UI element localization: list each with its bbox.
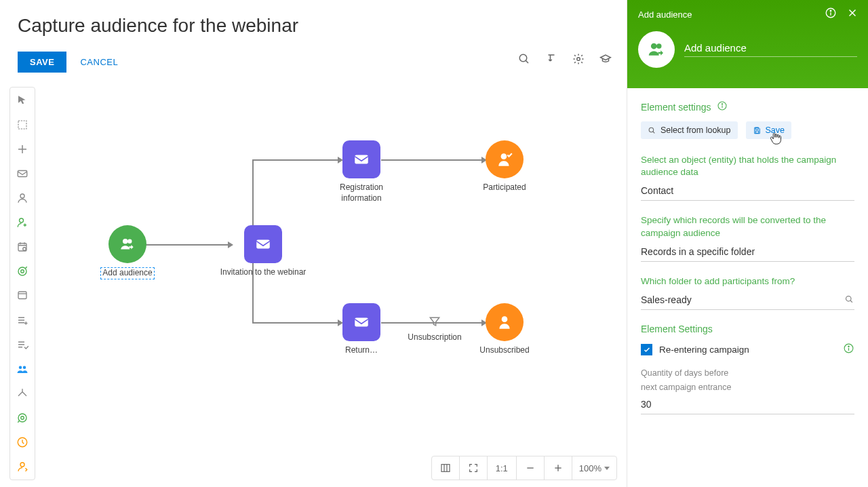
node-unsubscribed[interactable]: Unsubscribed bbox=[467, 303, 542, 356]
days-input[interactable]: 30 bbox=[641, 396, 854, 414]
svg-rect-4 bbox=[18, 171, 27, 177]
field-value-object[interactable]: Contact bbox=[641, 182, 854, 201]
palette-editlist-element[interactable] bbox=[15, 337, 30, 352]
search-icon[interactable] bbox=[844, 294, 854, 307]
section-element-settings-2: Element Settings bbox=[641, 324, 854, 334]
svg-point-39 bbox=[649, 128, 654, 132]
days-label-line2: next campaign entrance bbox=[641, 382, 854, 393]
svg-point-5 bbox=[20, 194, 24, 198]
svg-point-14 bbox=[18, 414, 26, 422]
element-name-input[interactable]: Add audience bbox=[684, 42, 857, 57]
field-value-folder[interactable]: Sales-ready bbox=[641, 292, 854, 310]
info-icon[interactable] bbox=[717, 100, 728, 113]
element-palette bbox=[9, 87, 35, 480]
node-label: Participated bbox=[467, 182, 542, 193]
svg-point-22 bbox=[501, 153, 507, 159]
node-unsubscription-filter[interactable]: Unsubscription bbox=[404, 315, 465, 343]
svg-rect-11 bbox=[18, 292, 26, 299]
palette-split-element[interactable] bbox=[15, 386, 30, 401]
gear-icon[interactable] bbox=[572, 53, 585, 65]
envelope-icon bbox=[244, 225, 282, 263]
svg-rect-21 bbox=[355, 155, 368, 164]
svg-point-43 bbox=[846, 296, 852, 302]
node-label: Add audience bbox=[100, 267, 154, 279]
zoom-out-button[interactable] bbox=[517, 456, 545, 480]
align-icon[interactable] bbox=[545, 53, 557, 65]
checkbox-label: Re-entering campaign bbox=[659, 345, 836, 355]
svg-rect-23 bbox=[355, 318, 368, 327]
add-audience-icon bbox=[108, 225, 146, 263]
field-value-records[interactable]: Records in a specific folder bbox=[641, 244, 854, 262]
palette-exit-element[interactable] bbox=[15, 459, 30, 474]
palette-target-element[interactable] bbox=[15, 264, 30, 279]
field-label-records: Specify which records will be converted … bbox=[641, 214, 854, 239]
svg-point-12 bbox=[19, 366, 22, 370]
info-icon[interactable] bbox=[825, 7, 837, 22]
svg-rect-41 bbox=[755, 128, 758, 130]
node-return[interactable]: Return… bbox=[324, 303, 399, 356]
node-label: Return… bbox=[324, 345, 399, 356]
properties-panel: Add audience Add audience Element settin… bbox=[627, 0, 868, 487]
minimap-toggle[interactable] bbox=[432, 456, 460, 480]
svg-point-13 bbox=[23, 366, 26, 370]
info-icon[interactable] bbox=[843, 343, 854, 357]
zoom-percent-dropdown[interactable]: 100% bbox=[572, 456, 616, 480]
cancel-button[interactable]: CANCEL bbox=[80, 57, 118, 67]
palette-addlist-element[interactable] bbox=[15, 313, 30, 328]
svg-line-44 bbox=[850, 300, 852, 303]
zoom-toolbar: 1:1 100% bbox=[431, 456, 617, 480]
palette-contact-element[interactable] bbox=[15, 191, 30, 206]
svg-rect-25 bbox=[441, 465, 450, 472]
node-invitation[interactable]: Invitation to the webinar bbox=[216, 225, 311, 278]
select-from-lookup-button[interactable]: Select from lookup bbox=[641, 121, 738, 139]
flow-canvas[interactable]: Add audience Invitation to the webinar R… bbox=[41, 87, 627, 453]
svg-point-35 bbox=[656, 43, 662, 49]
fit-screen-button[interactable] bbox=[460, 456, 488, 480]
zoom-in-button[interactable] bbox=[545, 456, 572, 480]
field-label-object: Select an object (entity) that holds the… bbox=[641, 154, 854, 178]
node-participated[interactable]: Participated bbox=[467, 140, 542, 193]
palette-audience-element[interactable] bbox=[15, 362, 30, 376]
top-right-icons bbox=[518, 53, 612, 65]
node-registration[interactable]: Registration information bbox=[324, 140, 399, 203]
svg-point-6 bbox=[20, 218, 24, 222]
node-add-audience[interactable]: Add audience bbox=[90, 225, 165, 279]
svg-point-47 bbox=[848, 346, 849, 347]
section-element-settings: Element settings bbox=[641, 100, 854, 113]
reentering-checkbox[interactable] bbox=[641, 344, 652, 355]
chevron-down-icon bbox=[604, 467, 610, 470]
page-title: Capture audience for the webinar bbox=[18, 15, 298, 37]
palette-cursor-tool[interactable] bbox=[15, 93, 30, 108]
palette-event-element[interactable] bbox=[15, 239, 30, 254]
svg-point-31 bbox=[830, 10, 831, 12]
check-icon bbox=[643, 346, 651, 354]
svg-point-8 bbox=[23, 248, 26, 251]
save-button[interactable]: SAVE bbox=[18, 52, 66, 73]
svg-point-19 bbox=[127, 239, 132, 244]
diskette-icon bbox=[753, 126, 762, 135]
search-icon[interactable] bbox=[518, 53, 530, 65]
palette-flow-tool[interactable] bbox=[15, 142, 30, 157]
palette-target2-element[interactable] bbox=[15, 410, 30, 425]
svg-point-9 bbox=[18, 267, 26, 275]
days-label-line1: Quantity of days before bbox=[641, 368, 854, 379]
panel-save-button[interactable]: Save bbox=[746, 121, 792, 139]
svg-rect-3 bbox=[18, 121, 26, 129]
field-label-folder: Which folder to add participants from? bbox=[641, 275, 854, 288]
svg-point-2 bbox=[577, 58, 580, 61]
envelope-icon bbox=[342, 303, 380, 341]
close-icon[interactable] bbox=[846, 7, 859, 22]
academy-icon[interactable] bbox=[599, 53, 612, 65]
svg-point-34 bbox=[651, 43, 657, 50]
search-icon bbox=[648, 126, 656, 135]
main-toolbar: SAVE CANCEL bbox=[18, 52, 118, 73]
svg-point-17 bbox=[20, 463, 24, 467]
palette-timer-element[interactable] bbox=[15, 435, 30, 450]
palette-add-contact-element[interactable] bbox=[15, 215, 30, 230]
element-type-icon bbox=[638, 31, 675, 68]
palette-landing-element[interactable] bbox=[15, 288, 30, 303]
svg-line-40 bbox=[653, 131, 654, 132]
svg-line-1 bbox=[526, 60, 528, 63]
palette-email-element[interactable] bbox=[15, 166, 30, 181]
palette-select-tool[interactable] bbox=[15, 117, 30, 132]
